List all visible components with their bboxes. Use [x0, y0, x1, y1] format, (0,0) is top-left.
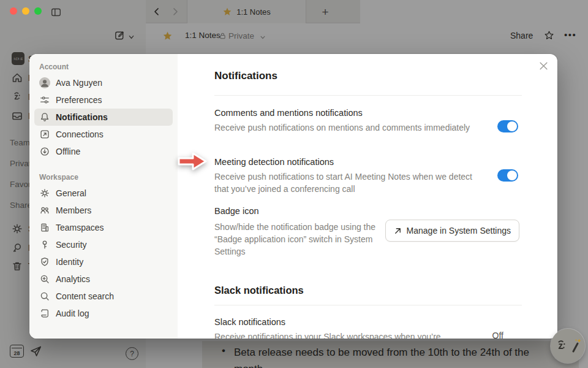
settings-item-account[interactable]: Ava Nguyen: [34, 74, 173, 91]
settings-item-label: Security: [56, 240, 87, 250]
settings-sidebar: Account Ava Nguyen Preferences Notificat…: [29, 54, 178, 339]
setting-title-slack: Slack notifications: [214, 317, 285, 327]
arrow-down-circle-icon: [39, 146, 50, 157]
arrow-up-right-icon: [394, 227, 402, 235]
ai-assistant-button[interactable]: [551, 329, 585, 363]
settings-item-preferences[interactable]: Preferences: [34, 91, 173, 109]
bell-icon: [39, 112, 50, 123]
window-zoom-button[interactable]: [34, 7, 42, 15]
sliders-icon: [39, 94, 50, 105]
settings-item-label: Preferences: [56, 95, 102, 105]
settings-item-label: General: [56, 188, 86, 198]
settings-item-teamspaces[interactable]: Teamspaces: [34, 219, 173, 236]
settings-item-label: Identity: [56, 257, 83, 267]
settings-page-title: Notifications: [214, 70, 277, 82]
wand-sparkle-icon: [570, 338, 582, 354]
manage-system-settings-button[interactable]: Manage in System Settings: [385, 220, 519, 242]
avatar: [39, 77, 50, 88]
settings-content: Notifications Comments and mentions noti…: [178, 54, 557, 339]
slack-setting-description: Receive notifications in your Slack work…: [214, 332, 441, 339]
setting-description: Show/hide the notification badge using t…: [214, 221, 387, 258]
close-icon: [539, 61, 548, 71]
settings-item-label: Ava Nguyen: [56, 78, 102, 88]
settings-item-identity[interactable]: Identity: [34, 253, 173, 270]
settings-item-label: Connections: [56, 129, 104, 139]
magnifier-icon: [39, 291, 50, 302]
account-section-label: Account: [39, 63, 168, 71]
annotation-arrow-icon: [176, 149, 208, 174]
settings-item-label: Offline: [56, 147, 80, 156]
settings-item-general[interactable]: General: [34, 185, 173, 202]
ai-face-icon: [554, 339, 569, 353]
modal-close-button[interactable]: [539, 61, 549, 71]
slack-section-title: Slack notifications: [214, 285, 304, 296]
settings-item-label: Content search: [56, 291, 114, 301]
arrow-up-right-square-icon: [39, 129, 50, 140]
settings-item-label: Members: [56, 205, 91, 215]
workspace-section-label: Workspace: [39, 173, 168, 182]
divider: [214, 95, 522, 96]
window-minimize-button[interactable]: [22, 7, 29, 15]
scroll-icon: [39, 308, 50, 319]
window-close-button[interactable]: [10, 7, 17, 15]
magnifier-plus-icon: [39, 274, 50, 285]
settings-item-security[interactable]: Security: [34, 236, 173, 253]
toggle-meeting-detection[interactable]: [497, 169, 518, 182]
slack-setting-value[interactable]: Off: [492, 331, 503, 339]
gear-icon: [39, 188, 50, 199]
people-icon: [39, 205, 50, 216]
settings-item-members[interactable]: Members: [34, 202, 173, 219]
settings-item-label: Audit log: [56, 309, 89, 318]
manage-button-label: Manage in System Settings: [407, 226, 511, 236]
divider: [214, 305, 522, 305]
building-icon: [39, 222, 50, 233]
settings-item-label: Analytics: [56, 274, 90, 284]
setting-description: Receive push notifications to start AI M…: [214, 171, 487, 195]
settings-modal: Account Ava Nguyen Preferences Notificat…: [29, 54, 557, 339]
shield-check-icon: [39, 256, 50, 267]
setting-title-badge-icon: Badge icon: [214, 206, 259, 216]
settings-item-label: Notifications: [56, 112, 108, 122]
settings-item-offline[interactable]: Offline: [34, 143, 173, 160]
settings-item-analytics[interactable]: Analytics: [34, 270, 173, 288]
settings-item-content-search[interactable]: Content search: [34, 288, 173, 305]
setting-title-comments: Comments and mentions notifications: [214, 108, 363, 118]
setting-description: Receive push notifications on mentions a…: [214, 121, 487, 134]
settings-item-audit-log[interactable]: Audit log: [34, 305, 173, 322]
settings-item-label: Teamspaces: [56, 223, 104, 232]
key-icon: [39, 239, 50, 250]
toggle-comments-notifications[interactable]: [497, 120, 518, 132]
settings-item-notifications[interactable]: Notifications: [34, 109, 173, 126]
settings-item-connections[interactable]: Connections: [34, 126, 173, 143]
setting-title-meeting-detection: Meeting detection notifications: [214, 157, 334, 167]
